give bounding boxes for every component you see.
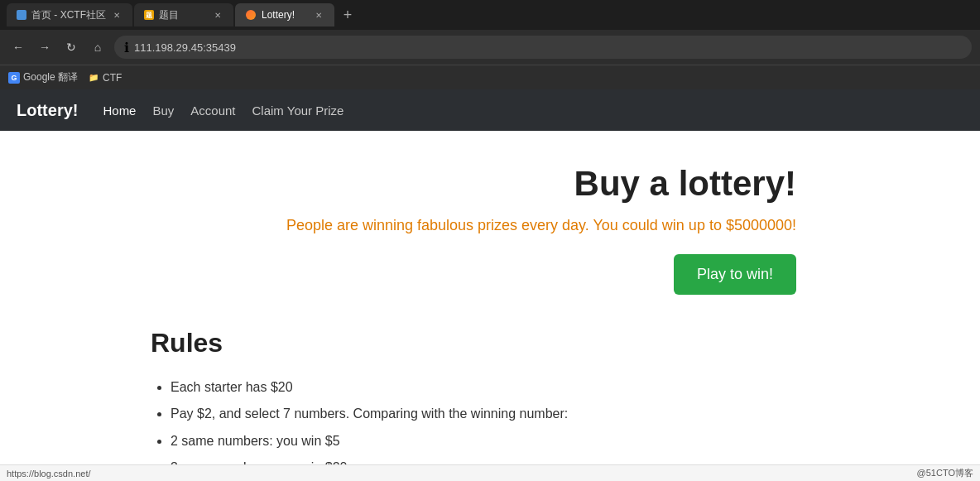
- nav-account[interactable]: Account: [190, 103, 235, 118]
- bookmarks-bar: G Google 翻译 📁 CTF: [0, 65, 980, 89]
- address-text: 111.198.29.45:35439: [134, 41, 236, 54]
- bookmark-ctf[interactable]: 📁 CTF: [88, 72, 122, 84]
- tab-xctf[interactable]: 首页 - XCTF社区 ✕: [7, 3, 132, 26]
- tab-xctf-close[interactable]: ✕: [111, 9, 122, 21]
- rules-title: Rules: [151, 328, 846, 358]
- nav-claim[interactable]: Claim Your Prize: [252, 103, 344, 118]
- bookmark-google-label: Google 翻译: [23, 70, 78, 84]
- hero-title: Buy a lottery!: [134, 164, 796, 204]
- ctf-favicon: 📁: [88, 72, 99, 84]
- lottery-favicon: [245, 9, 257, 21]
- tab-lottery[interactable]: Lottery! ✕: [235, 3, 334, 26]
- tab-lottery-close[interactable]: ✕: [313, 9, 324, 21]
- tab-lottery-label: Lottery!: [262, 9, 295, 21]
- address-bar[interactable]: ℹ 111.198.29.45:35439: [114, 36, 972, 59]
- status-left: https://blog.csdn.net/: [7, 469, 91, 479]
- status-right: @51CTO博客: [917, 467, 973, 479]
- nav-home[interactable]: Home: [103, 103, 136, 118]
- nav-buy[interactable]: Buy: [152, 103, 174, 118]
- bookmark-google-translate[interactable]: G Google 翻译: [8, 70, 78, 84]
- hero-subtitle: People are winning fabulous prizes every…: [134, 217, 796, 234]
- hero-section: Buy a lottery! People are winning fabulo…: [134, 164, 846, 295]
- tab-xctf-label: 首页 - XCTF社区: [31, 8, 106, 22]
- question-favicon: 题: [144, 10, 154, 20]
- list-item: Pay $2, and select 7 numbers. Comparing …: [171, 402, 846, 426]
- tab-question-close[interactable]: ✕: [212, 9, 223, 21]
- home-button[interactable]: ⌂: [88, 37, 108, 57]
- security-icon: ℹ: [124, 40, 129, 55]
- xctf-favicon: [17, 10, 26, 20]
- browser-chrome: 首页 - XCTF社区 ✕ 题 题目 ✕ Lottery! ✕ + ← → ↻ …: [0, 0, 980, 89]
- google-favicon: G: [8, 72, 20, 84]
- address-bar-row: ← → ↻ ⌂ ℹ 111.198.29.45:35439: [0, 30, 980, 65]
- tab-question-label: 题目: [159, 8, 179, 22]
- tab-question[interactable]: 题 题目 ✕: [134, 3, 233, 26]
- app-navbar: Lottery! Home Buy Account Claim Your Pri…: [0, 89, 980, 131]
- tab-bar: 首页 - XCTF社区 ✕ 题 题目 ✕ Lottery! ✕ +: [0, 0, 980, 30]
- reload-button[interactable]: ↻: [61, 37, 81, 57]
- rules-section: Rules Each starter has $20 Pay $2, and s…: [134, 328, 846, 481]
- app-logo: Lottery!: [17, 101, 78, 120]
- list-item: Each starter has $20: [171, 375, 846, 400]
- bookmark-ctf-label: CTF: [103, 72, 122, 84]
- status-bar: https://blog.csdn.net/ @51CTO博客: [0, 464, 980, 481]
- new-tab-button[interactable]: +: [336, 3, 359, 26]
- main-content: Buy a lottery! People are winning fabulo…: [118, 131, 862, 481]
- forward-button[interactable]: →: [35, 37, 55, 57]
- play-to-win-button[interactable]: Play to win!: [674, 254, 796, 295]
- list-item: 2 same numbers: you win $5: [171, 429, 846, 454]
- back-button[interactable]: ←: [8, 37, 28, 57]
